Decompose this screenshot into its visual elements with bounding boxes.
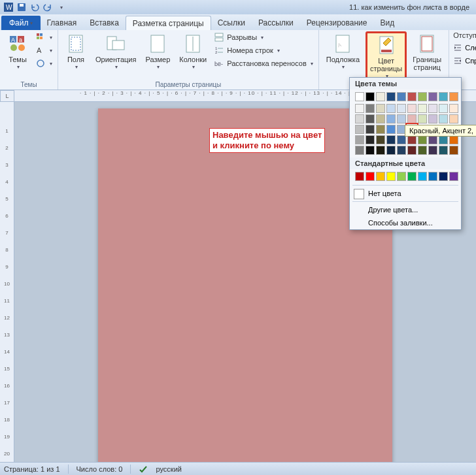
margins-button[interactable]: Поля▾	[62, 31, 90, 73]
tab-3[interactable]: Ссылки	[211, 16, 252, 30]
color-swatch[interactable]	[366, 92, 375, 101]
color-swatch[interactable]	[355, 104, 364, 113]
save-icon[interactable]	[16, 1, 27, 13]
color-swatch[interactable]	[386, 146, 396, 155]
tab-0[interactable]: Главная	[41, 16, 84, 30]
color-swatch[interactable]	[376, 172, 385, 181]
orientation-button[interactable]: Ориентация▾	[92, 31, 139, 73]
tab-5[interactable]: Рецензирование	[300, 16, 374, 30]
color-swatch[interactable]	[418, 104, 427, 113]
color-swatch[interactable]	[376, 146, 385, 155]
color-swatch[interactable]	[397, 135, 406, 144]
color-swatch[interactable]	[376, 135, 385, 144]
qat-customize-icon[interactable]: ▾	[55, 1, 67, 13]
theme-effects-button[interactable]: ▾	[34, 57, 54, 69]
hyphenation-button[interactable]: bё-Расстановка переносов▾	[212, 57, 314, 69]
color-swatch[interactable]	[428, 104, 437, 113]
proofing-icon[interactable]	[139, 465, 148, 474]
tab-2[interactable]: Разметка страницы	[126, 16, 211, 30]
color-swatch[interactable]	[397, 146, 406, 155]
color-swatch[interactable]	[418, 172, 427, 181]
color-swatch[interactable]	[386, 135, 396, 144]
columns-button[interactable]: Колонки▾	[176, 31, 210, 73]
tab-1[interactable]: Вставка	[83, 16, 126, 30]
color-swatch[interactable]	[428, 172, 437, 181]
color-swatch[interactable]	[366, 114, 375, 123]
color-swatch[interactable]	[366, 135, 375, 144]
watermark-button[interactable]: AПодложка▾	[323, 31, 363, 73]
themes-button[interactable]: Aa Темы▾	[4, 31, 31, 73]
color-swatch[interactable]	[428, 135, 437, 144]
color-swatch[interactable]	[449, 135, 458, 144]
more-colors-item[interactable]: Другие цвета...	[350, 203, 461, 216]
color-swatch[interactable]	[439, 92, 448, 101]
color-swatch[interactable]	[418, 146, 427, 155]
color-swatch[interactable]	[428, 146, 437, 155]
status-word-count[interactable]: Число слов: 0	[76, 465, 123, 473]
color-swatch[interactable]	[397, 104, 406, 113]
color-swatch[interactable]	[407, 114, 416, 123]
color-swatch[interactable]	[428, 92, 437, 101]
color-swatch[interactable]	[366, 172, 375, 181]
breaks-button[interactable]: Разрывы▾	[212, 31, 314, 43]
color-swatch[interactable]	[439, 146, 448, 155]
page-borders-button[interactable]: Границы страниц	[409, 31, 445, 73]
color-swatch[interactable]	[386, 172, 396, 181]
color-swatch[interactable]	[449, 104, 458, 113]
color-swatch[interactable]	[355, 125, 364, 134]
ruler-corner[interactable]: L	[0, 90, 14, 102]
size-button[interactable]: Размер▾	[142, 31, 173, 73]
color-swatch[interactable]	[366, 146, 375, 155]
undo-icon[interactable]	[29, 1, 41, 13]
color-swatch[interactable]	[355, 114, 364, 123]
color-swatch[interactable]	[407, 172, 416, 181]
color-swatch[interactable]	[418, 114, 427, 123]
color-swatch[interactable]	[407, 104, 416, 113]
theme-fonts-button[interactable]: A▾	[34, 44, 54, 56]
color-swatch[interactable]	[439, 114, 448, 123]
tab-4[interactable]: Рассылки	[252, 16, 300, 30]
color-swatch[interactable]	[397, 172, 406, 181]
color-swatch[interactable]	[449, 92, 458, 101]
tab-6[interactable]: Вид	[373, 16, 401, 30]
color-swatch[interactable]	[386, 114, 396, 123]
color-swatch[interactable]	[397, 114, 406, 123]
color-swatch[interactable]	[439, 104, 448, 113]
color-swatch[interactable]	[386, 104, 396, 113]
color-swatch[interactable]	[376, 92, 385, 101]
color-swatch[interactable]	[376, 114, 385, 123]
color-swatch[interactable]	[407, 146, 416, 155]
file-tab[interactable]: Файл ▾	[1, 16, 41, 30]
color-swatch[interactable]	[386, 92, 396, 101]
theme-colors-button[interactable]: ▾	[34, 31, 54, 43]
no-color-item[interactable]: Нет цвета	[350, 187, 461, 200]
color-swatch[interactable]	[449, 146, 458, 155]
fill-effects-item[interactable]: Способы заливки...	[350, 216, 461, 229]
color-swatch[interactable]	[376, 125, 385, 134]
page-color-button[interactable]: Цвет страницы▾	[366, 31, 407, 84]
page[interactable]: Наведите мышью на цвет и кликните по нем…	[98, 108, 392, 462]
color-swatch[interactable]	[376, 104, 385, 113]
color-swatch[interactable]	[366, 125, 375, 134]
word-icon[interactable]: W	[3, 1, 14, 13]
color-swatch[interactable]	[449, 114, 458, 123]
color-swatch[interactable]	[449, 172, 458, 181]
status-language[interactable]: русский	[156, 465, 181, 473]
color-swatch[interactable]	[355, 135, 364, 144]
color-swatch[interactable]	[386, 125, 396, 134]
color-swatch[interactable]	[355, 146, 364, 155]
color-swatch[interactable]	[418, 135, 427, 144]
vertical-ruler[interactable]: 123456789101112131415161718192021	[0, 102, 14, 462]
redo-icon[interactable]	[42, 1, 54, 13]
color-swatch[interactable]	[366, 104, 375, 113]
color-swatch[interactable]	[355, 172, 364, 181]
color-swatch[interactable]	[407, 135, 416, 144]
color-swatch[interactable]	[439, 172, 448, 181]
color-swatch[interactable]	[407, 92, 416, 101]
status-page[interactable]: Страница: 1 из 1	[4, 465, 60, 473]
color-swatch[interactable]	[397, 92, 406, 101]
color-swatch[interactable]	[428, 114, 437, 123]
color-swatch[interactable]	[439, 135, 448, 144]
color-swatch[interactable]	[418, 92, 427, 101]
line-numbers-button[interactable]: 12Номера строк▾	[212, 44, 314, 56]
